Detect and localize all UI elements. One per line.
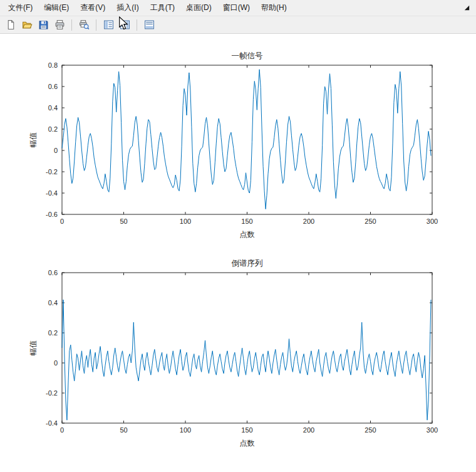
menu-bar: 文件(F)编辑(E)查看(V)插入(I)工具(T)桌面(D)窗口(W)帮助(H) bbox=[0, 0, 476, 16]
x-axis-label: 点数 bbox=[240, 230, 255, 239]
x-tick-label: 250 bbox=[365, 218, 376, 225]
y-tick-label: -0.4 bbox=[46, 189, 58, 197]
one-frame-signal-chart: 050100150200250300-0.6-0.4-0.200.20.40.6… bbox=[0, 46, 476, 242]
figure-palette-icon bbox=[103, 19, 114, 30]
toolbar bbox=[0, 16, 476, 34]
x-tick-label: 0 bbox=[60, 218, 64, 225]
y-tick-label: -0.2 bbox=[46, 168, 58, 176]
figure-canvas: 050100150200250300-0.6-0.4-0.200.20.40.6… bbox=[0, 34, 476, 472]
x-tick-label: 300 bbox=[427, 426, 438, 434]
new-figure-button[interactable] bbox=[3, 18, 18, 32]
menu-item-insert[interactable]: 插入(I) bbox=[111, 0, 144, 16]
x-tick-label: 250 bbox=[365, 426, 376, 434]
x-tick-label: 300 bbox=[427, 218, 438, 225]
y-tick-label: 0.2 bbox=[48, 125, 58, 133]
menu-item-file[interactable]: 文件(F) bbox=[3, 0, 38, 16]
x-tick-label: 100 bbox=[180, 426, 191, 434]
chart-title: 倒谱序列 bbox=[232, 259, 263, 268]
y-tick-label: -0.4 bbox=[46, 419, 58, 427]
x-axis-label: 点数 bbox=[240, 439, 255, 448]
plot-browser-icon bbox=[120, 19, 130, 30]
y-tick-label: 0.4 bbox=[48, 299, 58, 307]
chart-title: 一帧信号 bbox=[232, 51, 263, 60]
x-tick-label: 50 bbox=[120, 218, 127, 225]
x-tick-label: 150 bbox=[241, 218, 252, 225]
x-tick-label: 200 bbox=[303, 218, 314, 225]
x-tick-label: 150 bbox=[241, 426, 252, 434]
plot-browser-button[interactable] bbox=[117, 18, 132, 32]
toolbar-separator bbox=[71, 19, 72, 31]
y-tick-label: 0.6 bbox=[48, 83, 58, 90]
toolbar-separator bbox=[96, 19, 96, 31]
property-editor-button[interactable] bbox=[142, 18, 157, 32]
property-editor-icon bbox=[144, 19, 155, 30]
open-file-icon bbox=[22, 19, 33, 30]
x-tick-label: 0 bbox=[60, 426, 64, 434]
figure-palette-button[interactable] bbox=[101, 18, 116, 32]
menu-item-desktop[interactable]: 桌面(D) bbox=[180, 0, 217, 16]
y-axis-label: 幅值 bbox=[29, 132, 38, 147]
y-axis-label: 幅值 bbox=[29, 340, 38, 355]
menu-item-edit[interactable]: 编辑(E) bbox=[38, 0, 75, 16]
axes-box bbox=[62, 273, 432, 423]
y-tick-label: 0.8 bbox=[48, 61, 58, 69]
save-figure-button[interactable] bbox=[36, 18, 51, 32]
matlab-figure-window: 文件(F)编辑(E)查看(V)插入(I)工具(T)桌面(D)窗口(W)帮助(H)… bbox=[0, 0, 476, 472]
print-preview-icon bbox=[79, 19, 90, 30]
menu-item-help[interactable]: 帮助(H) bbox=[256, 0, 292, 16]
y-tick-label: 0 bbox=[54, 147, 58, 154]
x-tick-label: 100 bbox=[180, 218, 191, 225]
cepstrum-sequence-chart: 050100150200250300-0.4-0.200.20.40.6倒谱序列… bbox=[0, 256, 476, 451]
y-tick-label: 0.6 bbox=[48, 269, 58, 276]
open-file-button[interactable] bbox=[19, 18, 34, 32]
print-preview-button[interactable] bbox=[76, 18, 91, 32]
y-tick-label: -0.6 bbox=[46, 211, 58, 218]
menu-item-view[interactable]: 查看(V) bbox=[75, 0, 111, 16]
dock-figure-icon[interactable] bbox=[463, 4, 471, 12]
y-tick-label: 0 bbox=[54, 359, 58, 367]
y-tick-label: -0.2 bbox=[46, 389, 58, 397]
menu-item-window[interactable]: 窗口(W) bbox=[217, 0, 256, 16]
y-tick-label: 0.4 bbox=[48, 104, 58, 112]
print-figure-button[interactable] bbox=[52, 18, 67, 32]
x-tick-label: 200 bbox=[303, 426, 314, 434]
menu-item-tools[interactable]: 工具(T) bbox=[145, 0, 180, 16]
toolbar-separator bbox=[137, 19, 137, 31]
save-figure-icon bbox=[38, 19, 49, 30]
x-tick-label: 50 bbox=[120, 426, 127, 434]
y-tick-label: 0.2 bbox=[48, 329, 58, 337]
new-figure-icon bbox=[6, 19, 16, 30]
print-figure-icon bbox=[54, 19, 65, 30]
